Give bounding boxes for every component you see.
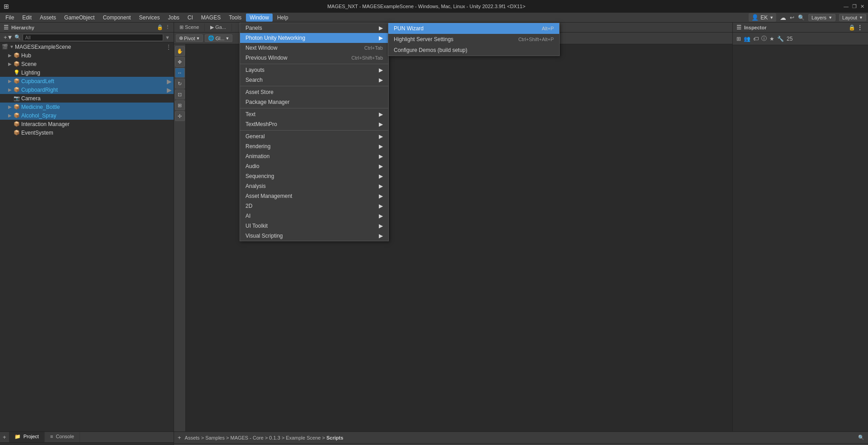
hierarchy-search-input[interactable] (23, 34, 163, 41)
inspector-tool-7[interactable]: 25 (787, 36, 793, 42)
next-shortcut: Ctrl+Tab (364, 45, 383, 51)
tree-item-eventsystem[interactable]: 📦 EventSystem (0, 128, 174, 137)
submenu-highlight-server[interactable]: Highlight Server Settings Ctrl+Shift+Alt… (388, 34, 559, 45)
tree-item-camera[interactable]: 📷 Camera (0, 94, 174, 103)
window-item-next[interactable]: Next Window Ctrl+Tab (240, 43, 388, 53)
asset-search-icon[interactable]: 🔍 (858, 435, 864, 440)
window-item-analysis[interactable]: Analysis ▶ (240, 181, 388, 191)
tree-item-hub[interactable]: ▶ 📦 Hub (0, 51, 174, 60)
tree-item-alcohol-spray[interactable]: ▶ 📦 Alcohol_Spray (0, 111, 174, 120)
menu-item-tools[interactable]: Tools (225, 14, 245, 22)
tree-item-cupboard-right[interactable]: ▶ 📦 CupboardRight ▶ (0, 85, 174, 94)
minimize-btn[interactable]: — (844, 4, 849, 9)
window-item-package-mgr[interactable]: Package Manager (240, 97, 388, 107)
tree-item-medicine-bottle[interactable]: ▶ 📦 Medicine_Bottle (0, 103, 174, 111)
window-item-prev[interactable]: Previous Window Ctrl+Shift+Tab (240, 53, 388, 63)
menu-item-component[interactable]: Component (99, 14, 134, 22)
close-btn[interactable]: ✕ (860, 4, 864, 9)
game-icon-tab: ▶ (210, 24, 214, 30)
inspector-tool-3[interactable]: 🏷 (753, 36, 759, 42)
tree-item-cupboard-left[interactable]: ▶ 📦 CupboardLeft ▶ (0, 77, 174, 85)
project-tab[interactable]: 📁 Project (9, 432, 45, 442)
tree-label-hub: Hub (21, 52, 31, 59)
window-item-panels[interactable]: Panels ▶ (240, 23, 388, 33)
menu-item-assets[interactable]: Assets (36, 14, 60, 22)
window-item-textmeshpro[interactable]: TextMeshPro ▶ (240, 119, 388, 129)
cloud-icon[interactable]: ☁ (780, 14, 786, 21)
menu-item-edit[interactable]: Edit (19, 14, 35, 22)
hierarchy-filter-icon[interactable]: ▼ (165, 35, 170, 40)
inspector-tool-6[interactable]: 🔧 (777, 36, 784, 42)
window-item-ui-toolkit[interactable]: UI Toolkit ▶ (240, 221, 388, 231)
inspector-toolbar: ⊞ 👥 🏷 ⓘ ★ 🔧 25 (733, 33, 868, 45)
submenu-configure-demos[interactable]: Configure Demos (build setup) (388, 45, 559, 56)
tree-item-lighting[interactable]: 💡 Lighting (0, 68, 174, 77)
2d-arrow: ▶ (379, 203, 383, 209)
scene-tab-scene[interactable]: ⊞ Scene (174, 23, 205, 31)
window-item-audio[interactable]: Audio ▶ (240, 161, 388, 171)
maximize-btn[interactable]: ❐ (852, 4, 857, 9)
tree-item-interaction-manager[interactable]: 📦 Interaction Manager (0, 120, 174, 128)
layout-dropdown[interactable]: Layout ▼ (839, 14, 866, 21)
window-item-2d[interactable]: 2D ▶ (240, 201, 388, 211)
menu-item-file[interactable]: File (2, 14, 18, 22)
global-dropdown[interactable]: 🌐 Gl... ▼ (205, 34, 232, 42)
hierarchy-dots-icon[interactable]: ⋮ (165, 24, 170, 30)
search-menu-icon[interactable]: 🔍 (798, 14, 805, 21)
tree-item-scene[interactable]: ▶ 📦 Scene (0, 60, 174, 68)
inspector-lock-icon[interactable]: 🔒 (849, 24, 855, 31)
tree-label-es: EventSystem (21, 130, 53, 136)
rect-tool[interactable]: ⊞ (175, 100, 185, 110)
window-item-layouts[interactable]: Layouts ▶ (240, 65, 388, 75)
inspector-dots-icon[interactable]: ⋮ (857, 24, 863, 31)
inspector-tool-4[interactable]: ⓘ (761, 35, 767, 42)
select-tool[interactable]: ↔ (175, 68, 185, 78)
cupboard-left-dots[interactable]: ▶ (167, 78, 174, 85)
window-item-general[interactable]: General ▶ (240, 131, 388, 141)
rendering-arrow: ▶ (379, 143, 383, 150)
menu-item-ci[interactable]: CI (184, 14, 197, 22)
window-item-asset-store[interactable]: Asset Store (240, 87, 388, 97)
window-item-photon[interactable]: Photon Unity Networking ▶ (240, 33, 388, 43)
inspector-tool-2[interactable]: 👥 (744, 36, 750, 42)
pivot-dropdown[interactable]: ⊕ Pivot ▼ (176, 34, 203, 42)
rotate-tool[interactable]: ↻ (175, 79, 185, 89)
scale-tool[interactable]: ⊡ (175, 89, 185, 99)
scene-tab-game[interactable]: ▶ Ga... (205, 23, 232, 31)
transform-tool[interactable]: ✢ (175, 111, 185, 121)
scene-context-dots[interactable]: ⋮ (165, 43, 174, 51)
asset-mgmt-arrow: ▶ (379, 193, 383, 199)
menu-item-mages[interactable]: MAGES (198, 14, 224, 22)
window-item-text[interactable]: Text ▶ (240, 109, 388, 119)
undo-icon[interactable]: ↩ (790, 14, 794, 21)
layers-dropdown[interactable]: Layers ▼ (808, 14, 835, 21)
submenu-pun-wizard[interactable]: PUN Wizard Alt+P (388, 23, 559, 34)
hierarchy-add-btn[interactable]: +▼ (4, 34, 13, 41)
menu-item-window[interactable]: Window (246, 14, 273, 22)
cupboard-right-dots[interactable]: ▶ (167, 86, 174, 94)
inspector-tool-5[interactable]: ★ (769, 36, 774, 42)
window-item-sequencing[interactable]: Sequencing ▶ (240, 171, 388, 181)
asset-header: + Assets > Samples > MAGES - Core > 0.1.… (174, 432, 868, 444)
photon-label: Photon Unity Networking (245, 35, 305, 41)
vs-label: Visual Scripting (245, 233, 283, 239)
hand-tool[interactable]: ✋ (175, 46, 185, 56)
asset-add-btn[interactable]: + (178, 434, 181, 441)
window-item-ai[interactable]: AI ▶ (240, 211, 388, 221)
console-tab[interactable]: ≡ Console (45, 432, 80, 442)
account-area[interactable]: 👤 EK ▼ (749, 13, 776, 22)
window-item-visual-scripting[interactable]: Visual Scripting ▶ (240, 231, 388, 241)
hierarchy-lock-icon[interactable]: 🔒 (157, 24, 163, 30)
menu-item-services[interactable]: Services (135, 14, 163, 22)
tree-item-mages-scene[interactable]: 🎬 ▼ MAGESExampleScene ⋮ (0, 42, 174, 51)
move-tool[interactable]: ✥ (175, 57, 185, 67)
menu-item-help[interactable]: Help (274, 14, 292, 22)
window-item-search[interactable]: Search ▶ (240, 75, 388, 85)
add-btn-bottom[interactable]: + (0, 432, 9, 442)
window-item-rendering[interactable]: Rendering ▶ (240, 141, 388, 151)
inspector-tool-1[interactable]: ⊞ (736, 36, 741, 42)
window-item-animation[interactable]: Animation ▶ (240, 151, 388, 161)
window-item-asset-mgmt[interactable]: Asset Management ▶ (240, 191, 388, 201)
menu-item-gameobject[interactable]: GameObject (61, 14, 98, 22)
menu-item-jobs[interactable]: Jobs (164, 14, 183, 22)
